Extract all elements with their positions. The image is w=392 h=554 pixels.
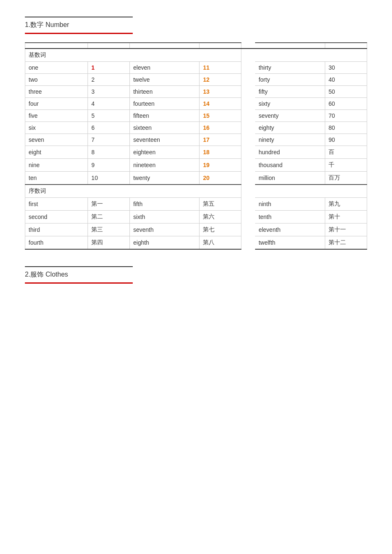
table-row: one 1 eleven 11 thirty 30 <box>25 62 367 74</box>
table-row: eight 8 eighteen 18 hundred 百 <box>25 146 367 159</box>
section2-underline <box>25 282 133 284</box>
table-header-row <box>25 43 367 49</box>
section2-title: 2.服饰 Clothes <box>25 270 367 279</box>
word-cell: eleven <box>130 62 200 74</box>
word-cell: thirty <box>255 62 325 74</box>
ordinal-category-row: 序数词 <box>25 185 367 198</box>
num-cell: 1 <box>88 62 130 74</box>
cardinal-category-row: 基数词 <box>25 49 367 62</box>
section2-header: 2.服饰 Clothes <box>25 266 367 284</box>
table-row: third 第三 seventh 第七 eleventh 第十一 <box>25 224 367 236</box>
table-row: second 第二 sixth 第六 tenth 第十 <box>25 211 367 224</box>
number-table: 基数词 one 1 eleven 11 thirty 30 two 2 twel… <box>25 42 367 250</box>
cardinal-label: 基数词 <box>29 51 46 58</box>
section1-underline <box>25 33 133 34</box>
table-row: two 2 twelve 12 forty 40 <box>25 74 367 86</box>
section1-top-line <box>25 17 133 17</box>
num-cell: 11 <box>200 62 241 74</box>
table-row: four 4 fourteen 14 sixty 60 <box>25 98 367 110</box>
table-row: fourth 第四 eighth 第八 twelfth 第十二 <box>25 236 367 250</box>
ordinal-label: 序数词 <box>29 187 46 194</box>
section2-top-line <box>25 266 133 267</box>
table-row: ten 10 twenty 20 million 百万 <box>25 172 367 185</box>
section1-title: 1.数字 Number <box>25 21 367 29</box>
word-cell: one <box>25 62 88 74</box>
table-row: nine 9 nineteen 19 thousand 千 <box>25 159 367 172</box>
table-row: first 第一 fifth 第五 ninth 第九 <box>25 198 367 211</box>
table-row: seven 7 seventeen 17 ninety 90 <box>25 134 367 146</box>
table-row: three 3 thirteen 13 fifty 50 <box>25 86 367 98</box>
num-cell: 30 <box>325 62 367 74</box>
table-row: five 5 fifteen 15 seventy 70 <box>25 110 367 122</box>
section1-header: 1.数字 Number <box>25 17 367 34</box>
table-row: six 6 sixteen 16 eighty 80 <box>25 122 367 134</box>
